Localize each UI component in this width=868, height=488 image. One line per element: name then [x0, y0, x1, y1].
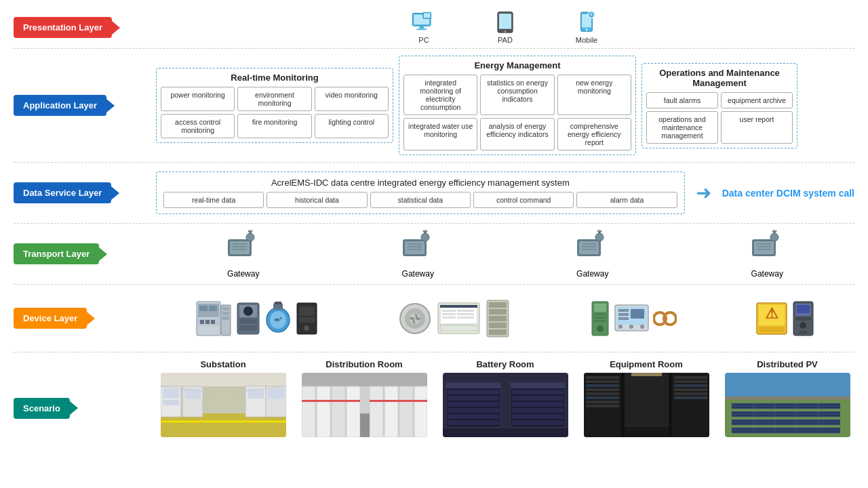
svg-rect-134: [268, 388, 284, 399]
svg-rect-104: [618, 313, 629, 316]
rt-cell-1: environment monitoring: [237, 87, 311, 111]
svg-rect-128: [163, 400, 179, 405]
svg-rect-184: [674, 392, 707, 395]
scenario-substation-title: Substation: [200, 359, 245, 369]
svg-rect-97: [594, 313, 606, 315]
clamp-icon: [653, 308, 677, 329]
scenario-distribution-img: [302, 373, 427, 437]
device-content: m³: [156, 298, 854, 339]
scenario-battery-title: Battery Room: [476, 359, 534, 369]
device-layer-row: Device Layer: [14, 285, 854, 352]
ops-title: Operations and Maintenance Management: [646, 68, 793, 88]
ems-cell-3: control command: [473, 192, 574, 208]
svg-rect-85: [457, 310, 474, 312]
presentation-layer-row: Presentation Layer PC: [14, 7, 854, 49]
svg-rect-103: [618, 309, 629, 312]
ops-grid: fault alarms equipment archive operation…: [646, 92, 793, 144]
gateway-3-icon: [574, 229, 611, 266]
scenario-items: Substation: [156, 359, 854, 437]
scenario-battery-img: [443, 373, 568, 437]
svg-rect-145: [384, 386, 398, 437]
svg-point-8: [504, 30, 507, 33]
scenario-content: Substation: [156, 359, 854, 437]
svg-point-100: [597, 325, 604, 332]
svg-rect-164: [512, 408, 564, 413]
rt-cell-2: video monitoring: [315, 87, 389, 111]
gateway-2: Gateway: [399, 229, 437, 279]
svg-point-75: [304, 325, 309, 331]
svg-rect-180: [674, 376, 707, 379]
svg-rect-106: [631, 309, 644, 319]
svg-rect-31: [408, 249, 422, 250]
svg-rect-183: [674, 388, 707, 391]
em-cell-0: integrated monitoring of electricity con…: [403, 75, 477, 115]
svg-rect-163: [512, 402, 564, 407]
dataservice-badge-text: Data Service Layer: [23, 188, 102, 198]
charger-icon: [791, 298, 815, 339]
ops-cell-0: fault alarms: [646, 92, 718, 108]
svg-rect-87: [457, 317, 474, 319]
svg-rect-179: [586, 405, 619, 407]
svg-rect-54: [209, 306, 217, 311]
ems-box: AcrelEMS-IDC data centre integrated ener…: [156, 171, 685, 214]
energy-grid: integrated monitoring of electricity con…: [403, 75, 631, 150]
svg-rect-42: [754, 241, 774, 254]
svg-rect-167: [443, 428, 568, 437]
svg-rect-59: [222, 307, 229, 310]
gateway-1-icon: [224, 229, 262, 266]
mobile-icon: +: [573, 11, 600, 35]
device-group-1: m³: [195, 298, 319, 339]
rt-cell-0: power monitoring: [161, 87, 235, 111]
realtime-grid: power monitoring environment monitoring …: [161, 87, 389, 138]
dataservice-label: Data Service Layer: [14, 182, 156, 203]
gateway-4-icon: [749, 229, 786, 266]
application-badge: Application Layer: [14, 95, 106, 116]
ops-cell-2: operations and maintenance management: [646, 111, 718, 144]
mobile-label: Mobile: [576, 36, 597, 44]
arrow-right-icon: ➜: [696, 182, 711, 204]
svg-rect-138: [302, 373, 427, 386]
svg-rect-158: [448, 420, 499, 425]
scenario-label: Scenario: [14, 398, 156, 419]
svg-rect-91: [489, 309, 507, 314]
scenario-substation: Substation: [161, 359, 286, 437]
svg-rect-86: [457, 313, 474, 315]
svg-rect-70: [275, 302, 281, 304]
svg-rect-30: [408, 246, 422, 247]
svg-rect-74: [299, 317, 315, 323]
svg-rect-24: [405, 241, 425, 254]
pad-device: PAD: [492, 11, 519, 44]
svg-rect-165: [512, 414, 564, 419]
svg-rect-188: [725, 373, 850, 400]
svg-rect-127: [163, 388, 179, 399]
ems-cell-4: alarm data: [576, 192, 677, 208]
pc-label: PC: [418, 36, 429, 44]
svg-rect-142: [347, 386, 360, 437]
transport-badge: Transport Layer: [14, 243, 99, 264]
svg-point-107: [618, 325, 623, 329]
svg-rect-7: [499, 14, 511, 28]
energy-title: Energy Management: [403, 60, 631, 70]
svg-point-43: [770, 233, 778, 241]
svg-rect-160: [511, 383, 565, 388]
svg-point-109: [640, 325, 644, 329]
svg-rect-154: [448, 396, 499, 401]
svg-rect-93: [489, 323, 507, 328]
black-device-icon: [295, 300, 319, 337]
svg-rect-40: [582, 249, 596, 250]
svg-rect-161: [512, 390, 564, 394]
svg-rect-149: [360, 413, 370, 437]
device-badge: Device Layer: [14, 308, 87, 329]
svg-rect-153: [448, 390, 499, 394]
gateway-1-label: Gateway: [227, 269, 259, 279]
dataservice-layer-row: Data Service Layer AcrelEMS-IDC data cen…: [14, 163, 854, 224]
scenario-battery: Battery Room: [443, 359, 568, 437]
svg-rect-152: [446, 383, 500, 388]
pc-icon: [410, 11, 437, 35]
application-layer-row: Application Layer Real-time Monitoring p…: [14, 49, 854, 163]
svg-rect-61: [222, 317, 229, 320]
em-cell-4: analysis of energy efficiency indicators: [480, 118, 554, 150]
ops-cell-1: equipment archive: [721, 92, 793, 108]
svg-point-108: [629, 325, 633, 329]
energy-module: Energy Management integrated monitoring …: [399, 56, 636, 155]
